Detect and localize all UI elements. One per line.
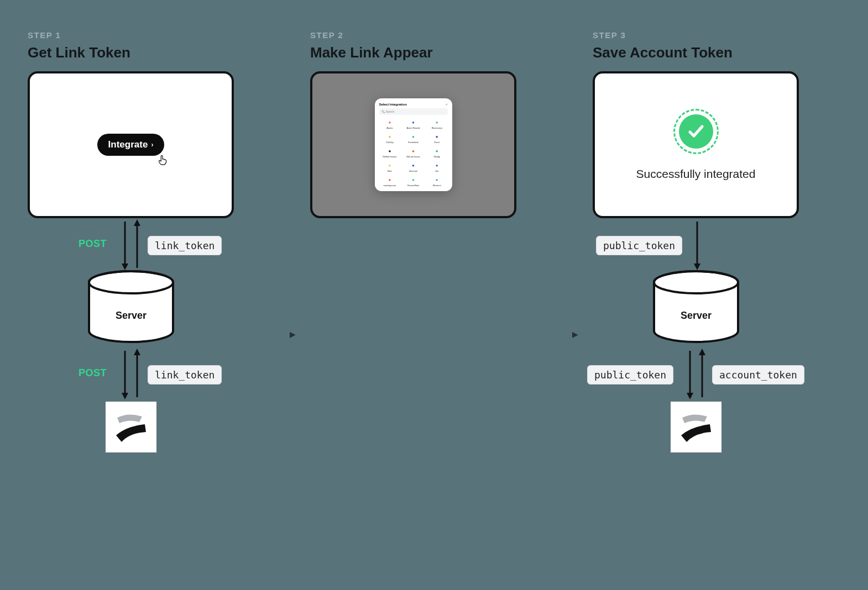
step-1-flow: POST link_token Server — [28, 218, 234, 528]
step-1-column: STEP 1 Get Link Token Integrate › — [28, 30, 275, 528]
integration-option[interactable]: ●Gladly — [426, 147, 448, 158]
integration-label: Shortcut — [426, 184, 448, 187]
integration-label: Freshdesk — [402, 141, 424, 144]
step-2-panel: Select Integration × 🔍Search ●Asana●Azur… — [310, 71, 516, 218]
integration-label: ServiceNow — [402, 184, 424, 187]
integration-icon: ● — [433, 161, 441, 169]
svg-marker-1 — [122, 264, 128, 270]
integration-option[interactable]: ●Azure Boards — [402, 118, 424, 129]
integration-option[interactable]: ●Freshdesk — [402, 133, 424, 144]
server-label-2: Server — [652, 310, 740, 322]
arrow-down-1 — [692, 218, 702, 270]
close-icon[interactable]: × — [446, 103, 448, 106]
integration-label: Front — [426, 141, 448, 144]
integration-modal: Select Integration × 🔍Search ●Asana●Azur… — [375, 98, 452, 191]
arrows-server-merge-1 — [118, 347, 146, 399]
integration-label: Gladly — [426, 155, 448, 158]
arrows-panel-server-1 — [118, 218, 146, 270]
integrate-button-label: Integrate — [108, 139, 148, 150]
integration-option[interactable]: ●GitLab Issues — [402, 147, 424, 158]
integration-icon: ● — [409, 133, 417, 140]
svg-marker-3 — [134, 219, 140, 226]
svg-marker-17 — [699, 349, 705, 355]
step-3-panel: Successfully integrated — [593, 71, 799, 218]
integration-icon: ● — [386, 133, 394, 140]
merge-logo-1 — [106, 402, 156, 452]
flow-arrow-1: ▶ — [290, 330, 296, 339]
modal-search-input[interactable]: 🔍Search — [379, 108, 448, 115]
step-2-label: STEP 2 — [310, 30, 558, 40]
success-check-icon — [673, 109, 719, 154]
merge-logo-2 — [671, 402, 721, 452]
integration-option[interactable]: ●ServiceNow — [402, 176, 424, 187]
hand-cursor-icon — [156, 154, 169, 166]
modal-title: Select Integration — [379, 103, 407, 106]
success-text: Successfully integrated — [636, 167, 756, 181]
step-3-flow: public_token Server public_token — [593, 218, 799, 528]
integration-option[interactable]: ●Hive — [379, 161, 401, 172]
integration-label: monday.com — [379, 184, 401, 187]
integration-option[interactable]: ●Asana — [379, 118, 401, 129]
integration-label: Jira — [426, 170, 448, 172]
integration-label: Azure Boards — [402, 127, 424, 129]
step-3-label: STEP 3 — [593, 30, 840, 40]
integration-icon: ● — [386, 147, 394, 155]
integration-option[interactable]: ●Jira — [426, 161, 448, 172]
svg-marker-15 — [687, 393, 693, 399]
integration-icon: ● — [409, 118, 417, 126]
integration-option[interactable]: ●GitHub Issues — [379, 147, 401, 158]
step-2-column: STEP 2 Make Link Appear Select Integrati… — [310, 30, 558, 218]
post-label-1: POST — [79, 238, 107, 250]
integration-icon: ● — [433, 147, 441, 155]
step-3-title: Save Account Token — [593, 44, 840, 61]
integration-grid: ●Asana●Azure Boards●Basecamp●ClickUp●Fre… — [379, 118, 448, 187]
step-1-title: Get Link Token — [28, 44, 275, 61]
integration-option[interactable]: ●ClickUp — [379, 133, 401, 144]
integration-icon: ● — [386, 118, 394, 126]
integration-icon: ● — [386, 176, 394, 183]
server-cylinder-2: Server — [652, 270, 740, 347]
svg-marker-11 — [694, 264, 700, 270]
link-token-tag-1: link_token — [148, 236, 222, 255]
step-1-panel: Integrate › — [28, 71, 234, 218]
integration-icon: ● — [433, 118, 441, 126]
step-2-title: Make Link Appear — [310, 44, 558, 61]
link-token-tag-2: link_token — [148, 365, 222, 384]
integrate-button[interactable]: Integrate › — [97, 134, 165, 156]
integration-option[interactable]: ●Basecamp — [426, 118, 448, 129]
integration-label: Hive — [379, 170, 401, 172]
account-token-tag: account_token — [712, 365, 804, 384]
flow-arrow-2: ▶ — [572, 330, 578, 339]
integration-label: GitHub Issues — [379, 155, 401, 158]
search-icon: 🔍 — [381, 110, 385, 113]
integration-option[interactable]: ●Shortcut — [426, 176, 448, 187]
integration-option[interactable]: ●Front — [426, 133, 448, 144]
integration-icon: ● — [386, 161, 394, 169]
integration-label: ClickUp — [379, 141, 401, 144]
svg-marker-7 — [122, 393, 128, 399]
step-1-label: STEP 1 — [28, 30, 275, 40]
server-label-1: Server — [87, 310, 175, 322]
integration-icon: ● — [409, 161, 417, 169]
arrows-server-merge-2 — [683, 347, 711, 399]
integration-icon: ● — [433, 176, 441, 183]
integration-icon: ● — [409, 176, 417, 183]
integration-label: GitLab Issues — [402, 155, 424, 158]
server-cylinder-1: Server — [87, 270, 175, 347]
public-token-tag-1: public_token — [596, 236, 682, 255]
chevron-right-icon: › — [151, 141, 153, 149]
integration-icon: ● — [409, 147, 417, 155]
integration-label: Asana — [379, 127, 401, 129]
integration-icon: ● — [433, 133, 441, 140]
step-3-column: STEP 3 Save Account Token Successfully i… — [593, 30, 840, 528]
post-label-2: POST — [79, 367, 107, 379]
integration-option[interactable]: ●Intercom — [402, 161, 424, 172]
svg-marker-9 — [134, 349, 140, 355]
public-token-tag-2: public_token — [587, 365, 673, 384]
integration-label: Intercom — [402, 170, 424, 172]
integration-option[interactable]: ●monday.com — [379, 176, 401, 187]
integration-label: Basecamp — [426, 127, 448, 129]
